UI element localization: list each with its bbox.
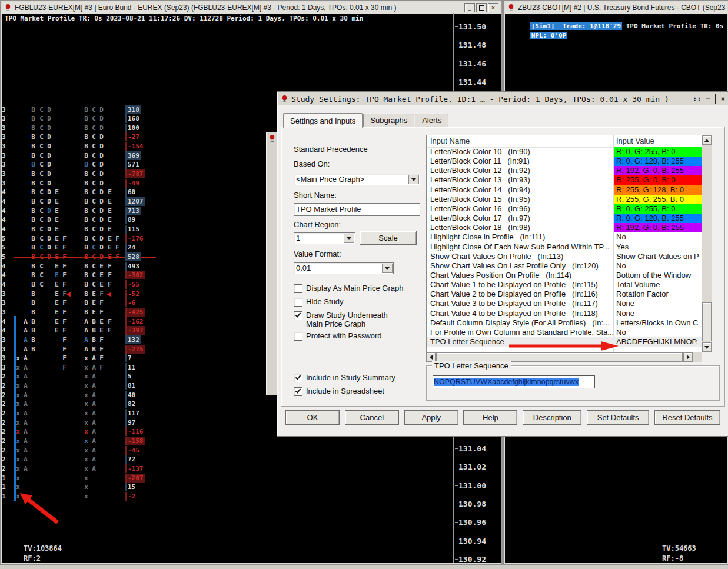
checkbox-box[interactable] <box>294 298 302 307</box>
tpo-letter: D <box>45 215 53 224</box>
input-row[interactable]: Letter/Block Color 17 (In:97)R: 0, G: 12… <box>427 214 702 223</box>
scrollbar-thumb[interactable] <box>702 302 712 341</box>
scrollbar-thumb[interactable] <box>436 352 683 362</box>
scroll-up-icon[interactable] <box>702 135 712 145</box>
tpo-letter: C <box>38 142 45 151</box>
tpo-letter: B <box>29 132 37 141</box>
input-value-column[interactable]: Input Value <box>616 137 654 145</box>
checkbox-display-as-main-price-graph[interactable]: Display As Main Price Graph <box>294 284 403 293</box>
checkbox-box[interactable] <box>294 387 302 396</box>
scroll-left-icon[interactable] <box>426 352 436 362</box>
input-row[interactable]: Highlight Close in Profile (In:111)No <box>427 232 702 242</box>
checkbox-draw-study-underneath-main-price-graph[interactable]: Draw Study Underneath Main Price Graph <box>294 311 406 328</box>
tab-alerts[interactable]: Alerts <box>415 114 448 127</box>
input-row[interactable]: Letter/Block Color 14 (In:94)R: 255, G: … <box>427 185 702 195</box>
checkbox-hide-study[interactable]: Hide Study <box>294 297 344 307</box>
scroll-down-icon[interactable] <box>702 342 712 352</box>
tab-settings-and-inputs[interactable]: Settings and Inputs <box>283 113 363 128</box>
checkbox-box[interactable] <box>294 374 302 382</box>
minimize-icon[interactable]: − <box>706 95 710 102</box>
tpo-letter: B <box>29 317 37 326</box>
tpo-letter: x <box>82 409 90 418</box>
input-name: For Profile in Own Column and Standard P… <box>430 328 613 337</box>
tpo-value: -2 <box>125 492 137 501</box>
horizontal-scrollbar[interactable] <box>426 352 702 362</box>
short-name-input[interactable]: TPO Market Profile <box>294 203 420 216</box>
input-row[interactable]: Chart Values Position On Profile (In:114… <box>427 271 702 280</box>
chart-region-select[interactable]: 1 <box>294 232 355 244</box>
set-defaults-button[interactable]: Set Defaults <box>587 410 649 425</box>
tpo-letter: x <box>82 381 90 390</box>
chevron-down-icon[interactable] <box>344 234 354 243</box>
tpo-count: 3 <box>2 124 6 132</box>
input-row[interactable]: For Profile in Own Column and Standard P… <box>427 328 702 337</box>
tpo-letter: C <box>90 225 98 234</box>
tpo-letter: B <box>29 179 37 188</box>
tpo-row: 3ABFABF132 <box>0 335 277 344</box>
price-label: 130.92 <box>458 555 486 564</box>
total-volume-label-right: TV:54663 <box>662 544 696 553</box>
tpo-letter: x <box>82 363 90 372</box>
tpo-letter: F <box>61 317 68 326</box>
based-on-select[interactable]: <Main Price Graph> <box>294 174 420 185</box>
dialog-titlebar[interactable]: Study Settings: TPO Market Profile. ID:1… <box>278 92 728 105</box>
input-row[interactable]: Chart Value 1 to be Displayed on Profile… <box>427 280 702 290</box>
input-row[interactable]: Highlight Close Of Each New Sub Period W… <box>427 242 702 252</box>
value-format-select[interactable]: 0.01 <box>294 262 394 274</box>
input-value: Total Volume <box>616 280 702 290</box>
close-icon[interactable]: × <box>721 95 725 102</box>
tab-subgraphs[interactable]: Subgraphs <box>363 114 414 127</box>
apply-button[interactable]: Apply <box>404 410 458 425</box>
input-row[interactable]: Default Column Display Style (For All Pr… <box>427 318 702 328</box>
restore-icon[interactable] <box>715 95 716 102</box>
tpo-value: -116 <box>125 427 145 436</box>
input-name: Chart Value 2 to be Displayed on Profile… <box>430 290 613 299</box>
tpo-letter: E <box>53 188 61 197</box>
checkbox-include-in-spreadsheet[interactable]: Include in Spreadsheet <box>294 387 384 396</box>
input-row[interactable]: Letter/Block Color 13 (In:93)R: 255, G: … <box>427 175 702 185</box>
input-row[interactable]: Chart Value 2 to be Displayed on Profile… <box>427 290 702 299</box>
input-row[interactable]: Show Chart Values On Last Profile Only (… <box>427 261 702 271</box>
input-row[interactable]: Chart Value 4 to be Displayed on Profile… <box>427 309 702 318</box>
checkbox-box[interactable] <box>294 332 302 341</box>
help-button[interactable]: Help <box>463 410 517 425</box>
chevron-down-icon[interactable] <box>382 264 393 273</box>
tpo-letter: D <box>98 197 105 206</box>
ok-button[interactable]: OK <box>285 410 340 425</box>
input-value: Yes <box>616 242 702 252</box>
tpo-letter: A <box>22 464 29 473</box>
tpo-count: 2 <box>2 418 6 427</box>
input-row[interactable]: Letter/Block Color 18 (In:98)R: 192, G: … <box>427 223 702 232</box>
input-row[interactable]: Letter/Block Color 16 (In:96)R: 0, G: 25… <box>427 204 702 214</box>
scale-button[interactable]: Scale <box>360 231 417 245</box>
scroll-right-icon[interactable] <box>683 352 693 362</box>
input-row[interactable]: Chart Value 3 to be Displayed on Profile… <box>427 299 702 308</box>
app-icon <box>281 95 288 103</box>
checkbox-box[interactable] <box>294 284 302 293</box>
checkbox-include-in-study-summary[interactable]: Include in Study Summary <box>294 373 395 382</box>
tpo-letter-sequence-input[interactable]: NOPQRSTUVWXabcdefghijklmnopqrstuvwx <box>433 375 595 388</box>
checkbox-box[interactable] <box>294 311 302 320</box>
reset-defaults-button[interactable]: Reset Defaults <box>654 410 720 425</box>
checkbox-protect-with-password[interactable]: Protect with Password <box>294 331 382 341</box>
tpo-value: 89 <box>125 215 137 224</box>
input-name-column[interactable]: Input Name <box>430 137 470 145</box>
vertical-scrollbar[interactable] <box>702 135 712 352</box>
tpo-count: 3 <box>2 290 6 298</box>
input-row[interactable]: Letter/Block Color 10 (In:90)R: 0, G: 25… <box>427 147 702 157</box>
input-row[interactable]: TPO Letter SequenceABCDEFGHIJKLMNOP. <box>427 337 702 347</box>
inputs-list[interactable]: Input Name Input Value Letter/Block Colo… <box>426 135 712 352</box>
tpo-letter: C <box>90 271 98 279</box>
dock-icon[interactable]: :: <box>693 95 701 102</box>
input-row[interactable]: Show Chart Values On Profile (In:113)Sho… <box>427 252 702 261</box>
chevron-down-icon[interactable] <box>408 175 419 184</box>
tpo-letter: F <box>114 234 121 243</box>
tpo-letter: C <box>38 105 45 114</box>
description-button[interactable]: Description <box>523 410 581 425</box>
tpo-letter: A <box>22 391 29 400</box>
input-row[interactable]: Letter/Block Color 12 (In:92)R: 192, G: … <box>427 166 702 175</box>
input-row[interactable]: Letter/Block Color 11 (In:91)R: 0, G: 12… <box>427 157 702 166</box>
input-row[interactable]: Letter/Block Color 15 (In:95)R: 255, G: … <box>427 195 702 204</box>
tpo-letter: A <box>82 345 90 354</box>
cancel-button[interactable]: Cancel <box>345 410 399 425</box>
